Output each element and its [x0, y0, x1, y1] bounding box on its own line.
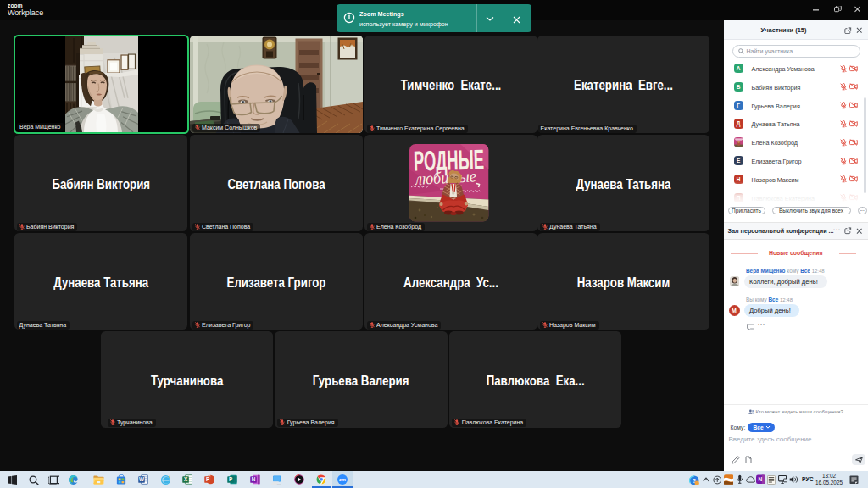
svg-text:P: P — [229, 476, 233, 482]
svg-text:любимые: любимые — [415, 166, 477, 188]
svg-text:W: W — [139, 476, 145, 482]
svg-text:P: P — [206, 476, 210, 482]
svg-text:N: N — [758, 477, 762, 483]
svg-text:N: N — [251, 476, 255, 482]
svg-text:X: X — [183, 476, 187, 482]
svg-text:zm: zm — [339, 477, 346, 482]
